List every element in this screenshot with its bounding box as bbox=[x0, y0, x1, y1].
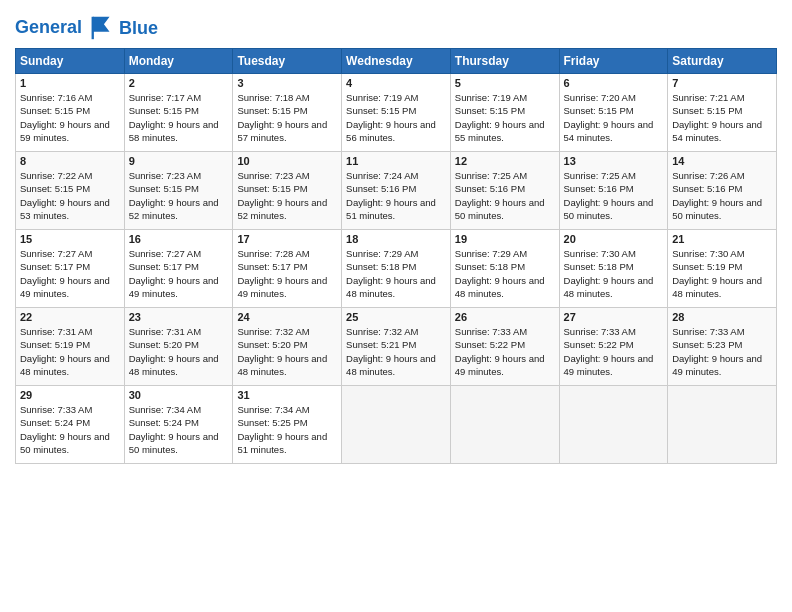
weekday-header-row: SundayMondayTuesdayWednesdayThursdayFrid… bbox=[16, 49, 777, 74]
day-info: Sunrise: 7:26 AMSunset: 5:16 PMDaylight:… bbox=[672, 169, 772, 222]
day-number: 3 bbox=[237, 77, 337, 89]
day-info: Sunrise: 7:25 AMSunset: 5:16 PMDaylight:… bbox=[455, 169, 555, 222]
day-number: 31 bbox=[237, 389, 337, 401]
day-number: 11 bbox=[346, 155, 446, 167]
calendar-cell: 29Sunrise: 7:33 AMSunset: 5:24 PMDayligh… bbox=[16, 386, 125, 464]
calendar-cell: 23Sunrise: 7:31 AMSunset: 5:20 PMDayligh… bbox=[124, 308, 233, 386]
weekday-header-sunday: Sunday bbox=[16, 49, 125, 74]
day-number: 4 bbox=[346, 77, 446, 89]
week-row-3: 15Sunrise: 7:27 AMSunset: 5:17 PMDayligh… bbox=[16, 230, 777, 308]
calendar-cell: 2Sunrise: 7:17 AMSunset: 5:15 PMDaylight… bbox=[124, 74, 233, 152]
day-number: 28 bbox=[672, 311, 772, 323]
day-number: 22 bbox=[20, 311, 120, 323]
day-number: 26 bbox=[455, 311, 555, 323]
day-number: 10 bbox=[237, 155, 337, 167]
calendar-cell bbox=[668, 386, 777, 464]
calendar-cell: 11Sunrise: 7:24 AMSunset: 5:16 PMDayligh… bbox=[342, 152, 451, 230]
calendar-cell bbox=[450, 386, 559, 464]
calendar-cell: 22Sunrise: 7:31 AMSunset: 5:19 PMDayligh… bbox=[16, 308, 125, 386]
weekday-header-monday: Monday bbox=[124, 49, 233, 74]
day-info: Sunrise: 7:22 AMSunset: 5:15 PMDaylight:… bbox=[20, 169, 120, 222]
day-info: Sunrise: 7:32 AMSunset: 5:20 PMDaylight:… bbox=[237, 325, 337, 378]
calendar-cell: 30Sunrise: 7:34 AMSunset: 5:24 PMDayligh… bbox=[124, 386, 233, 464]
calendar-cell: 26Sunrise: 7:33 AMSunset: 5:22 PMDayligh… bbox=[450, 308, 559, 386]
day-info: Sunrise: 7:33 AMSunset: 5:22 PMDaylight:… bbox=[455, 325, 555, 378]
calendar-cell: 6Sunrise: 7:20 AMSunset: 5:15 PMDaylight… bbox=[559, 74, 668, 152]
day-number: 5 bbox=[455, 77, 555, 89]
weekday-header-friday: Friday bbox=[559, 49, 668, 74]
calendar-cell: 15Sunrise: 7:27 AMSunset: 5:17 PMDayligh… bbox=[16, 230, 125, 308]
logo-flag-icon bbox=[89, 14, 117, 42]
day-info: Sunrise: 7:29 AMSunset: 5:18 PMDaylight:… bbox=[455, 247, 555, 300]
calendar-cell: 5Sunrise: 7:19 AMSunset: 5:15 PMDaylight… bbox=[450, 74, 559, 152]
day-number: 8 bbox=[20, 155, 120, 167]
day-info: Sunrise: 7:25 AMSunset: 5:16 PMDaylight:… bbox=[564, 169, 664, 222]
day-info: Sunrise: 7:23 AMSunset: 5:15 PMDaylight:… bbox=[129, 169, 229, 222]
calendar-cell: 24Sunrise: 7:32 AMSunset: 5:20 PMDayligh… bbox=[233, 308, 342, 386]
day-number: 7 bbox=[672, 77, 772, 89]
day-info: Sunrise: 7:19 AMSunset: 5:15 PMDaylight:… bbox=[346, 91, 446, 144]
day-info: Sunrise: 7:29 AMSunset: 5:18 PMDaylight:… bbox=[346, 247, 446, 300]
day-number: 20 bbox=[564, 233, 664, 245]
day-info: Sunrise: 7:27 AMSunset: 5:17 PMDaylight:… bbox=[20, 247, 120, 300]
day-info: Sunrise: 7:20 AMSunset: 5:15 PMDaylight:… bbox=[564, 91, 664, 144]
calendar-cell: 19Sunrise: 7:29 AMSunset: 5:18 PMDayligh… bbox=[450, 230, 559, 308]
calendar-cell: 8Sunrise: 7:22 AMSunset: 5:15 PMDaylight… bbox=[16, 152, 125, 230]
day-info: Sunrise: 7:33 AMSunset: 5:24 PMDaylight:… bbox=[20, 403, 120, 456]
calendar-cell: 16Sunrise: 7:27 AMSunset: 5:17 PMDayligh… bbox=[124, 230, 233, 308]
day-info: Sunrise: 7:31 AMSunset: 5:19 PMDaylight:… bbox=[20, 325, 120, 378]
day-info: Sunrise: 7:23 AMSunset: 5:15 PMDaylight:… bbox=[237, 169, 337, 222]
calendar-cell: 25Sunrise: 7:32 AMSunset: 5:21 PMDayligh… bbox=[342, 308, 451, 386]
day-number: 30 bbox=[129, 389, 229, 401]
calendar-cell: 21Sunrise: 7:30 AMSunset: 5:19 PMDayligh… bbox=[668, 230, 777, 308]
day-info: Sunrise: 7:27 AMSunset: 5:17 PMDaylight:… bbox=[129, 247, 229, 300]
calendar-cell: 1Sunrise: 7:16 AMSunset: 5:15 PMDaylight… bbox=[16, 74, 125, 152]
day-info: Sunrise: 7:32 AMSunset: 5:21 PMDaylight:… bbox=[346, 325, 446, 378]
week-row-1: 1Sunrise: 7:16 AMSunset: 5:15 PMDaylight… bbox=[16, 74, 777, 152]
day-info: Sunrise: 7:16 AMSunset: 5:15 PMDaylight:… bbox=[20, 91, 120, 144]
day-number: 2 bbox=[129, 77, 229, 89]
calendar-cell: 18Sunrise: 7:29 AMSunset: 5:18 PMDayligh… bbox=[342, 230, 451, 308]
calendar-cell: 7Sunrise: 7:21 AMSunset: 5:15 PMDaylight… bbox=[668, 74, 777, 152]
day-info: Sunrise: 7:34 AMSunset: 5:25 PMDaylight:… bbox=[237, 403, 337, 456]
calendar-cell: 20Sunrise: 7:30 AMSunset: 5:18 PMDayligh… bbox=[559, 230, 668, 308]
day-info: Sunrise: 7:18 AMSunset: 5:15 PMDaylight:… bbox=[237, 91, 337, 144]
day-info: Sunrise: 7:34 AMSunset: 5:24 PMDaylight:… bbox=[129, 403, 229, 456]
calendar-cell: 28Sunrise: 7:33 AMSunset: 5:23 PMDayligh… bbox=[668, 308, 777, 386]
day-number: 12 bbox=[455, 155, 555, 167]
calendar-table: SundayMondayTuesdayWednesdayThursdayFrid… bbox=[15, 48, 777, 464]
day-number: 27 bbox=[564, 311, 664, 323]
day-number: 14 bbox=[672, 155, 772, 167]
calendar-cell: 9Sunrise: 7:23 AMSunset: 5:15 PMDaylight… bbox=[124, 152, 233, 230]
day-number: 9 bbox=[129, 155, 229, 167]
calendar-cell: 4Sunrise: 7:19 AMSunset: 5:15 PMDaylight… bbox=[342, 74, 451, 152]
calendar-cell: 3Sunrise: 7:18 AMSunset: 5:15 PMDaylight… bbox=[233, 74, 342, 152]
weekday-header-wednesday: Wednesday bbox=[342, 49, 451, 74]
day-info: Sunrise: 7:24 AMSunset: 5:16 PMDaylight:… bbox=[346, 169, 446, 222]
calendar-cell: 14Sunrise: 7:26 AMSunset: 5:16 PMDayligh… bbox=[668, 152, 777, 230]
day-info: Sunrise: 7:33 AMSunset: 5:22 PMDaylight:… bbox=[564, 325, 664, 378]
day-number: 21 bbox=[672, 233, 772, 245]
day-info: Sunrise: 7:19 AMSunset: 5:15 PMDaylight:… bbox=[455, 91, 555, 144]
day-number: 15 bbox=[20, 233, 120, 245]
logo-blue: Blue bbox=[119, 18, 158, 39]
logo: General Blue bbox=[15, 14, 158, 42]
week-row-2: 8Sunrise: 7:22 AMSunset: 5:15 PMDaylight… bbox=[16, 152, 777, 230]
week-row-5: 29Sunrise: 7:33 AMSunset: 5:24 PMDayligh… bbox=[16, 386, 777, 464]
week-row-4: 22Sunrise: 7:31 AMSunset: 5:19 PMDayligh… bbox=[16, 308, 777, 386]
day-number: 29 bbox=[20, 389, 120, 401]
calendar-cell: 10Sunrise: 7:23 AMSunset: 5:15 PMDayligh… bbox=[233, 152, 342, 230]
day-info: Sunrise: 7:21 AMSunset: 5:15 PMDaylight:… bbox=[672, 91, 772, 144]
day-info: Sunrise: 7:28 AMSunset: 5:17 PMDaylight:… bbox=[237, 247, 337, 300]
calendar-cell bbox=[559, 386, 668, 464]
day-number: 16 bbox=[129, 233, 229, 245]
day-number: 23 bbox=[129, 311, 229, 323]
day-number: 17 bbox=[237, 233, 337, 245]
day-info: Sunrise: 7:30 AMSunset: 5:19 PMDaylight:… bbox=[672, 247, 772, 300]
calendar-cell: 17Sunrise: 7:28 AMSunset: 5:17 PMDayligh… bbox=[233, 230, 342, 308]
header: General Blue bbox=[15, 10, 777, 42]
day-info: Sunrise: 7:33 AMSunset: 5:23 PMDaylight:… bbox=[672, 325, 772, 378]
day-info: Sunrise: 7:30 AMSunset: 5:18 PMDaylight:… bbox=[564, 247, 664, 300]
day-number: 6 bbox=[564, 77, 664, 89]
day-info: Sunrise: 7:31 AMSunset: 5:20 PMDaylight:… bbox=[129, 325, 229, 378]
